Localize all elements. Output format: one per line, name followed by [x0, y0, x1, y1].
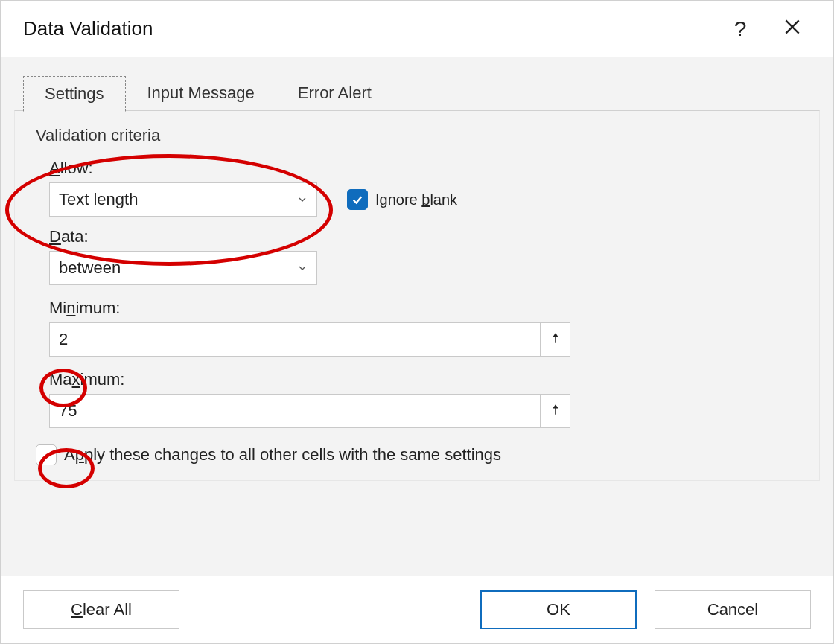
collapse-dialog-icon	[549, 403, 562, 420]
data-validation-dialog: Data Validation ? Settings Input Message…	[0, 0, 834, 644]
dialog-footer: Clear All OK Cancel	[1, 576, 833, 643]
chevron-down-icon	[287, 252, 316, 284]
maximum-input-value: 75	[59, 401, 77, 421]
data-select[interactable]: between	[49, 251, 317, 285]
maximum-label: Maximum:	[49, 370, 798, 389]
dialog-title: Data Validation	[23, 17, 707, 40]
minimum-input[interactable]: 2	[49, 322, 541, 357]
minimum-input-value: 2	[59, 330, 68, 349]
checkbox-icon	[347, 189, 368, 210]
tab-settings-label: Settings	[45, 84, 104, 103]
minimum-field: Minimum: 2	[49, 299, 798, 357]
ignore-blank-checkbox[interactable]: Ignore blank	[347, 189, 457, 210]
minimum-label: Minimum:	[49, 299, 798, 318]
allow-select-value: Text length	[59, 190, 138, 209]
close-icon	[783, 16, 802, 42]
collapse-dialog-icon	[549, 331, 562, 348]
dialog-body: Settings Input Message Error Alert Valid…	[1, 57, 833, 576]
close-button[interactable]	[774, 10, 811, 48]
data-field: Data: between	[49, 227, 798, 285]
ok-label: OK	[547, 600, 570, 619]
checkbox-icon	[36, 444, 57, 465]
maximum-field: Maximum: 75	[49, 370, 798, 428]
cancel-button[interactable]: Cancel	[655, 590, 811, 629]
tab-error-alert-label: Error Alert	[298, 83, 372, 102]
tab-error-alert[interactable]: Error Alert	[276, 75, 393, 111]
tab-settings[interactable]: Settings	[23, 76, 126, 112]
clear-all-label: Clear All	[71, 600, 132, 619]
chevron-down-icon	[287, 183, 316, 216]
cancel-label: Cancel	[707, 600, 758, 619]
tab-input-message[interactable]: Input Message	[126, 75, 276, 111]
titlebar: Data Validation ?	[1, 1, 833, 57]
ignore-blank-label: Ignore blank	[375, 191, 457, 208]
allow-field: Allow: Text length Ignore blank	[49, 159, 798, 217]
minimum-ref-button[interactable]	[541, 322, 570, 357]
maximum-ref-button[interactable]	[541, 394, 570, 428]
tab-input-message-label: Input Message	[147, 83, 255, 102]
apply-all-label: Apply these changes to all other cells w…	[64, 445, 501, 465]
apply-all-checkbox[interactable]: Apply these changes to all other cells w…	[36, 444, 798, 465]
validation-criteria-title: Validation criteria	[36, 126, 798, 145]
help-button[interactable]: ?	[722, 10, 759, 48]
data-select-value: between	[59, 258, 121, 278]
data-label: Data:	[49, 227, 798, 246]
ok-button[interactable]: OK	[480, 590, 637, 629]
allow-label: Allow:	[49, 159, 798, 178]
settings-panel: Validation criteria Allow: Text length	[14, 110, 820, 481]
clear-all-button[interactable]: Clear All	[23, 590, 179, 629]
maximum-input[interactable]: 75	[49, 394, 541, 428]
allow-select[interactable]: Text length	[49, 182, 317, 217]
tabstrip: Settings Input Message Error Alert	[23, 71, 820, 111]
help-icon: ?	[734, 16, 747, 42]
